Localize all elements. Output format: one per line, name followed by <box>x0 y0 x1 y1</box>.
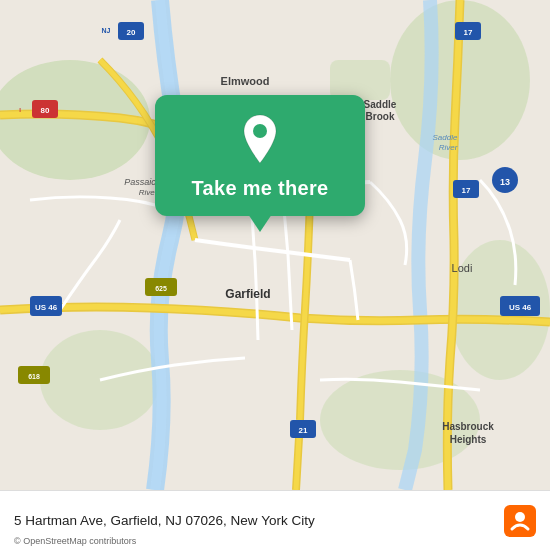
svg-text:US 46: US 46 <box>509 303 532 312</box>
map-view: 20 NJ 80 I 17 17 13 US 46 21 625 618 US … <box>0 0 550 490</box>
svg-text:Garfield: Garfield <box>225 287 270 301</box>
svg-text:Elmwood: Elmwood <box>221 75 270 87</box>
copyright-text: © OpenStreetMap contributors <box>14 536 136 546</box>
bottom-bar: 5 Hartman Ave, Garfield, NJ 07026, New Y… <box>0 490 550 550</box>
svg-point-40 <box>253 124 267 138</box>
svg-point-42 <box>515 512 525 522</box>
svg-text:17: 17 <box>464 28 473 37</box>
location-pin-icon <box>238 113 282 165</box>
svg-text:River: River <box>439 143 458 152</box>
svg-text:17: 17 <box>462 186 471 195</box>
map-svg: 20 NJ 80 I 17 17 13 US 46 21 625 618 US … <box>0 0 550 490</box>
svg-text:Lodi: Lodi <box>452 262 473 274</box>
svg-text:80: 80 <box>41 106 50 115</box>
navigation-popup[interactable]: Take me there <box>155 95 365 216</box>
svg-text:Brook: Brook <box>366 111 395 122</box>
moovit-logo <box>504 505 536 537</box>
svg-text:20: 20 <box>127 28 136 37</box>
svg-text:US 46: US 46 <box>35 303 58 312</box>
svg-text:618: 618 <box>28 373 40 380</box>
svg-text:625: 625 <box>155 285 167 292</box>
svg-rect-4 <box>330 60 390 100</box>
svg-text:Passaic: Passaic <box>124 177 156 187</box>
address-label: 5 Hartman Ave, Garfield, NJ 07026, New Y… <box>14 513 504 528</box>
moovit-logo-icon <box>504 505 536 537</box>
take-me-there-label: Take me there <box>192 177 329 200</box>
svg-text:NJ: NJ <box>102 27 111 34</box>
svg-text:Heights: Heights <box>450 434 487 445</box>
svg-text:21: 21 <box>299 426 308 435</box>
svg-text:Saddle: Saddle <box>433 133 458 142</box>
svg-text:13: 13 <box>500 177 510 187</box>
svg-text:Hasbrouck: Hasbrouck <box>442 421 494 432</box>
svg-point-6 <box>320 370 480 470</box>
svg-text:Saddle: Saddle <box>364 99 397 110</box>
